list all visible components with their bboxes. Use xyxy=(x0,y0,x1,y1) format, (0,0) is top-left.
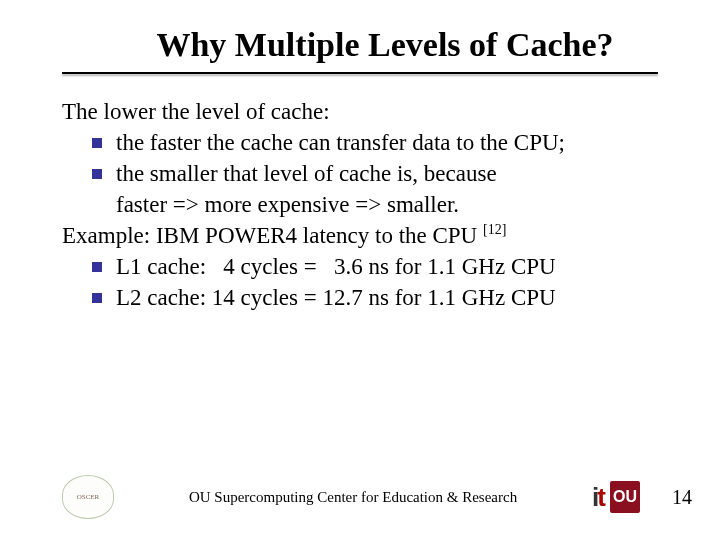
square-bullet-icon xyxy=(92,169,102,179)
list-item: the faster the cache can transfer data t… xyxy=(62,127,658,158)
it-logo-icon: it xyxy=(592,482,604,513)
intro-line: The lower the level of cache: xyxy=(62,96,658,127)
bullet-text: the faster the cache can transfer data t… xyxy=(116,127,658,158)
page-number: 14 xyxy=(672,486,692,509)
ou-logo-icon: OU xyxy=(610,481,640,513)
list-item: the smaller that level of cache is, beca… xyxy=(62,158,658,189)
slide-body: The lower the level of cache: the faster… xyxy=(0,74,720,313)
oscer-logo-icon: OSCER xyxy=(62,475,114,519)
bullet-text: L1 cache: 4 cycles = 3.6 ns for 1.1 GHz … xyxy=(116,251,658,282)
bullet-text: the smaller that level of cache is, beca… xyxy=(116,158,658,189)
slide-title: Why Multiple Levels of Cache? xyxy=(0,0,720,64)
list-item: L2 cache: 14 cycles = 12.7 ns for 1.1 GH… xyxy=(62,282,658,313)
example-line: Example: IBM POWER4 latency to the CPU [… xyxy=(62,220,658,251)
continuation-line: faster => more expensive => smaller. xyxy=(62,189,658,220)
footer: OSCER OU Supercomputing Center for Educa… xyxy=(0,472,720,522)
list-item: L1 cache: 4 cycles = 3.6 ns for 1.1 GHz … xyxy=(62,251,658,282)
footer-text: OU Supercomputing Center for Education &… xyxy=(114,489,592,506)
citation: [12] xyxy=(483,223,506,238)
right-logo-group: it OU xyxy=(592,481,640,513)
square-bullet-icon xyxy=(92,293,102,303)
example-text: Example: IBM POWER4 latency to the CPU xyxy=(62,223,483,248)
square-bullet-icon xyxy=(92,262,102,272)
square-bullet-icon xyxy=(92,138,102,148)
bullet-text: L2 cache: 14 cycles = 12.7 ns for 1.1 GH… xyxy=(116,282,658,313)
